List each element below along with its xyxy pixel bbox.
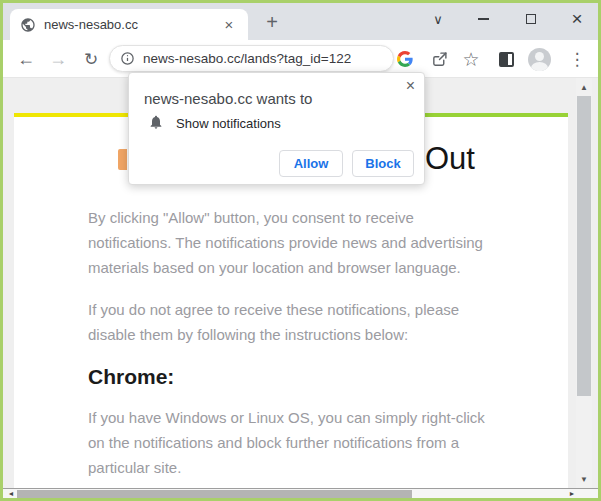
popup-permission-label: Show notifications [176,116,281,131]
reload-button[interactable]: ↻ [78,47,104,71]
tab-close-icon[interactable]: × [220,16,238,33]
tab-strip: news-nesabo.cc × + ∨ × [3,3,598,40]
page-heading-partial: Out [425,141,475,177]
horizontal-scrollbar-thumb[interactable] [17,490,412,498]
window-minimize-button[interactable] [471,7,495,31]
scroll-down-arrow-icon[interactable]: ▼ [576,472,592,486]
horizontal-scrollbar[interactable]: ◄ ► [3,488,598,498]
window-menu-chevron-icon[interactable]: ∨ [426,7,450,31]
block-button[interactable]: Block [352,150,414,177]
new-tab-button[interactable]: + [258,8,286,36]
window-maximize-button[interactable] [519,7,543,31]
scroll-left-arrow-icon[interactable]: ◄ [5,489,17,498]
maximize-icon [526,14,536,24]
address-bar[interactable]: news-nesabo.cc/lands?tag_id=122 [109,45,394,72]
vertical-scrollbar-thumb[interactable] [577,96,591,396]
allow-button[interactable]: Allow [279,150,343,177]
popup-title: news-nesabo.cc wants to [144,90,312,107]
scroll-up-arrow-icon[interactable]: ▲ [576,80,592,94]
share-icon[interactable] [427,47,451,71]
browser-window: news-nesabo.cc × + ∨ × ← → ↻ news-nesabo… [3,3,598,498]
side-panel-icon[interactable] [494,47,518,71]
side-panel-glyph [499,52,514,67]
bell-icon [148,114,164,130]
scroll-right-arrow-icon[interactable]: ► [566,489,578,498]
avatar-icon [528,48,551,71]
window-close-button[interactable]: × [565,7,589,31]
back-button[interactable]: ← [13,47,39,71]
chrome-instructions-paragraph: If you have Windows or Linux OS, you can… [88,405,558,480]
disagree-paragraph: If you do not agree to receive these not… [88,297,558,347]
chrome-heading: Chrome: [88,365,174,389]
bookmark-star-icon[interactable]: ☆ [459,47,483,71]
notification-permission-popup: × news-nesabo.cc wants to Show notificat… [128,72,425,185]
profile-avatar[interactable] [527,47,551,71]
intro-paragraph: By clicking "Allow" button, you consent … [88,205,558,280]
page-info-icon[interactable] [120,51,135,66]
hidden-heading-image-sliver [118,149,127,170]
screenshot-green-frame: news-nesabo.cc × + ∨ × ← → ↻ news-nesabo… [0,0,601,501]
vertical-scrollbar[interactable]: ▲ ▼ [576,78,592,488]
minimize-icon [478,18,489,20]
browser-tab[interactable]: news-nesabo.cc × [10,9,248,40]
browser-menu-icon[interactable]: ⋮ [565,47,589,71]
google-g-icon[interactable] [393,47,417,71]
forward-button[interactable]: → [45,47,71,71]
url-text: news-nesabo.cc/lands?tag_id=122 [143,51,351,66]
tab-title: news-nesabo.cc [44,17,220,32]
globe-favicon-icon [20,17,36,33]
popup-close-icon[interactable]: × [406,77,415,95]
